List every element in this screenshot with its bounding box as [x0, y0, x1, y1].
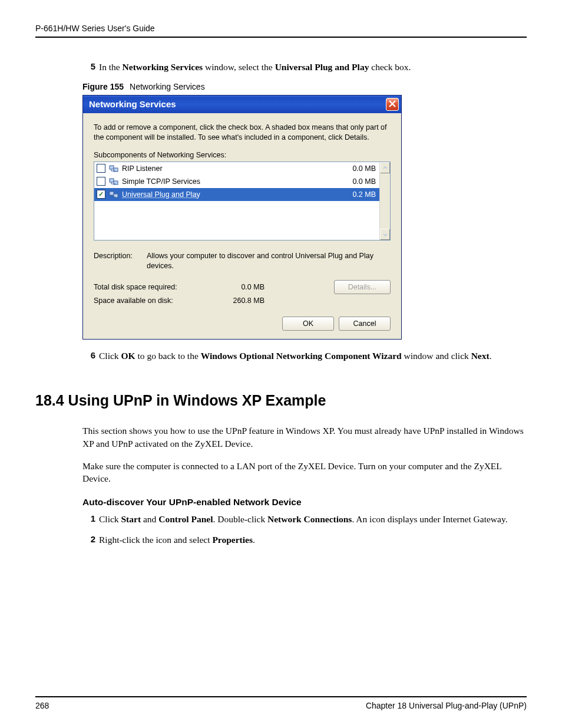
disk-available-value: 260.8 MB	[206, 297, 265, 305]
page-footer: 268 Chapter 18 Universal Plug-and-Play (…	[35, 696, 527, 710]
checkbox[interactable]	[97, 190, 105, 199]
networking-services-dialog: Networking Services To add or remove a c…	[82, 95, 402, 340]
body-paragraph: This section shows you how to use the UP…	[82, 424, 527, 450]
figure-caption: Figure 155Networking Services	[82, 82, 527, 91]
svg-rect-0	[110, 166, 114, 169]
svg-rect-2	[110, 179, 114, 182]
body-paragraph: Make sure the computer is connected to a…	[82, 460, 527, 485]
list-item[interactable]: Universal Plug and Play 0.2 MB	[94, 188, 379, 201]
chapter-label: Chapter 18 Universal Plug-and-Play (UPnP…	[366, 701, 527, 710]
subheading: Auto-discover Your UPnP-enabled Network …	[82, 497, 527, 508]
checkbox[interactable]	[97, 177, 105, 186]
chevron-up-icon	[383, 163, 388, 172]
guide-header: P-661H/HW Series User's Guide	[35, 24, 527, 38]
step-number: 1	[82, 513, 99, 526]
close-icon	[389, 99, 396, 109]
scrollbar[interactable]	[379, 162, 390, 240]
step-text: In the Networking Services window, selec…	[99, 61, 527, 74]
cancel-button[interactable]: Cancel	[339, 317, 391, 331]
step-number: 2	[82, 534, 99, 546]
item-size: 0.2 MB	[335, 190, 376, 199]
ok-button[interactable]: OK	[282, 317, 334, 331]
step-number: 5	[82, 61, 99, 74]
subcomponents-label: Subcomponents of Networking Services:	[94, 151, 391, 159]
step-number: 6	[82, 350, 99, 363]
disk-required-value: 0.0 MB	[206, 283, 265, 291]
list-item[interactable]: Simple TCP/IP Services 0.0 MB	[94, 175, 379, 188]
item-size: 0.0 MB	[335, 177, 376, 186]
scroll-up-button[interactable]	[380, 162, 390, 173]
dialog-help-text: To add or remove a component, click the …	[94, 123, 391, 143]
step-5: 5 In the Networking Services window, sel…	[82, 61, 527, 74]
checkbox[interactable]	[97, 164, 105, 173]
item-name: Simple TCP/IP Services	[122, 177, 335, 186]
substep-2: 2 Right-click the icon and select Proper…	[82, 534, 527, 546]
step-6: 6 Click OK to go back to the Windows Opt…	[82, 350, 527, 363]
details-button[interactable]: Details...	[334, 280, 391, 294]
close-button[interactable]	[386, 98, 399, 111]
description-label: Description:	[94, 251, 147, 271]
step-text: Right-click the icon and select Properti…	[99, 534, 527, 546]
disk-available-label: Space available on disk:	[94, 297, 206, 305]
item-size: 0.0 MB	[335, 164, 376, 173]
description-text: Allows your computer to discover and con…	[147, 251, 391, 271]
step-text: Click Start and Control Panel. Double-cl…	[99, 513, 527, 526]
chevron-down-icon	[383, 230, 388, 239]
svg-rect-4	[110, 192, 114, 195]
section-heading: 18.4 Using UPnP in Windows XP Example	[35, 392, 527, 409]
disk-required-label: Total disk space required:	[94, 283, 206, 291]
item-name: RIP Listener	[122, 164, 335, 173]
page-number: 268	[35, 701, 49, 710]
substep-1: 1 Click Start and Control Panel. Double-…	[82, 513, 527, 526]
step-text: Click OK to go back to the Windows Optio…	[99, 350, 527, 363]
network-component-icon	[109, 190, 118, 199]
list-item[interactable]: RIP Listener 0.0 MB	[94, 162, 379, 175]
scroll-down-button[interactable]	[380, 229, 390, 240]
subcomponents-listbox[interactable]: RIP Listener 0.0 MB Simple TCP/IP Servic…	[94, 162, 391, 241]
dialog-titlebar[interactable]: Networking Services	[83, 95, 401, 113]
network-component-icon	[109, 164, 118, 173]
network-component-icon	[109, 177, 118, 186]
dialog-title: Networking Services	[89, 99, 176, 109]
item-name: Universal Plug and Play	[122, 190, 335, 199]
